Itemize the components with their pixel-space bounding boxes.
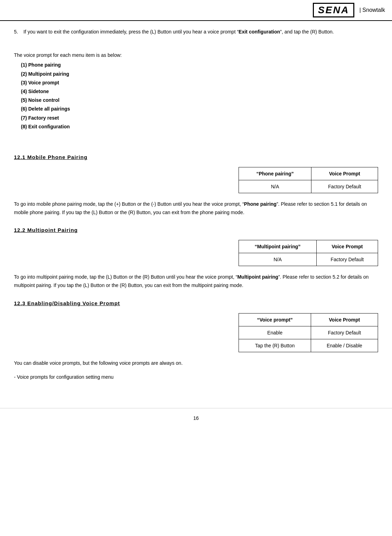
subtitle-text: Snowtalk <box>362 7 385 13</box>
table-122-col2-header: Voice Prompt <box>317 240 378 253</box>
table-122-col1-header: “Multipoint pairing” <box>239 240 317 253</box>
section-122-table-container: “Multipoint pairing” Voice Prompt N/A Fa… <box>14 240 378 266</box>
menu-item-8: (8) Exit configuration <box>21 122 378 131</box>
menu-item-5: (5) Noise control <box>21 96 378 105</box>
table-122-row1-col1: N/A <box>239 253 317 266</box>
table-121-col2-header: Voice Prompt <box>311 167 378 180</box>
multipoint-pairing-bold: Multipoint pairing <box>237 274 278 280</box>
menu-item-7: (7) Factory reset <box>21 114 378 122</box>
product-name: | Snowtalk <box>359 7 385 13</box>
table-row: Enable Factory Default <box>239 326 378 339</box>
table-122-row1-col2: Factory Default <box>317 253 378 266</box>
table-121-row1-col1: N/A <box>239 180 311 193</box>
table-121-col1-header: “Phone pairing” <box>239 167 311 180</box>
section-123-table: “Voice prompt” Voice Prompt Enable Facto… <box>239 313 378 352</box>
table-header-row: “Multipoint pairing” Voice Prompt <box>239 240 378 253</box>
section-123-paragraph1: You can disable voice prompts, but the f… <box>14 359 378 368</box>
section-121-table-container: “Phone pairing” Voice Prompt N/A Factory… <box>14 167 378 193</box>
voice-prompt-intro: The voice prompt for each menu item is a… <box>14 52 378 58</box>
separator: | <box>359 7 361 13</box>
table-123-row1-col2: Factory Default <box>311 326 378 339</box>
section-122-paragraph: To go into multipoint pairing mode, tap … <box>14 273 378 290</box>
menu-item-1: (1) Phone pairing <box>21 61 378 69</box>
section-121-heading: 12.1 Mobile Phone Pairing <box>14 154 378 160</box>
table-row: N/A Factory Default <box>239 180 378 193</box>
table-123-row2-col2: Enable / Disable <box>311 339 378 352</box>
step-text-before-bold: If you want to exit the configuration im… <box>23 29 239 35</box>
section-121-table: “Phone pairing” Voice Prompt N/A Factory… <box>239 167 378 193</box>
section-122-heading: 12.2 Multipoint Pairing <box>14 227 378 233</box>
section-123: 12.3 Enabling/Disabling Voice Prompt “Vo… <box>14 300 378 382</box>
table-121-row1-col2: Factory Default <box>311 180 378 193</box>
page-footer: 16 <box>0 408 392 428</box>
phone-pairing-bold: Phone pairing <box>244 201 277 207</box>
section-121: 12.1 Mobile Phone Pairing “Phone pairing… <box>14 154 378 217</box>
page-header: SENA | Snowtalk <box>0 0 392 21</box>
table-row: N/A Factory Default <box>239 253 378 266</box>
section-121-paragraph: To go into mobile phone pairing mode, ta… <box>14 200 378 217</box>
logo-container: SENA | Snowtalk <box>313 3 385 17</box>
table-header-row: “Voice prompt” Voice Prompt <box>239 314 378 326</box>
menu-item-2: (2) Multipoint pairing <box>21 70 378 78</box>
page-number: 16 <box>193 415 199 421</box>
menu-item-3: (3) Voice prompt <box>21 78 378 87</box>
main-content: 5. If you want to exit the configuration… <box>0 21 392 401</box>
sena-logo: SENA <box>313 3 355 17</box>
section-122-table: “Multipoint pairing” Voice Prompt N/A Fa… <box>239 240 378 266</box>
menu-list: (1) Phone pairing (2) Multipoint pairing… <box>21 61 378 131</box>
table-123-row1-col1: Enable <box>239 326 311 339</box>
table-123-col2-header: Voice Prompt <box>311 314 378 326</box>
table-123-row2-col1: Tap the (R) Button <box>239 339 311 352</box>
menu-item-6: (6) Delete all pairings <box>21 105 378 113</box>
table-123-col1-header: “Voice prompt” <box>239 314 311 326</box>
section-123-heading: 12.3 Enabling/Disabling Voice Prompt <box>14 300 378 306</box>
step-5: 5. If you want to exit the configuration… <box>14 28 378 36</box>
table-row: Tap the (R) Button Enable / Disable <box>239 339 378 352</box>
section-123-paragraph2: - Voice prompts for configuration settin… <box>14 373 378 382</box>
step-number: 5. <box>14 29 18 35</box>
section-122: 12.2 Multipoint Pairing “Multipoint pair… <box>14 227 378 290</box>
step-bold-text: Exit configuration <box>239 29 280 35</box>
section-123-table-container: “Voice prompt” Voice Prompt Enable Facto… <box>14 313 378 352</box>
step-text-after-bold: ”, and tap the (R) Button. <box>280 29 334 35</box>
table-header-row: “Phone pairing” Voice Prompt <box>239 167 378 180</box>
menu-item-4: (4) Sidetone <box>21 87 378 96</box>
